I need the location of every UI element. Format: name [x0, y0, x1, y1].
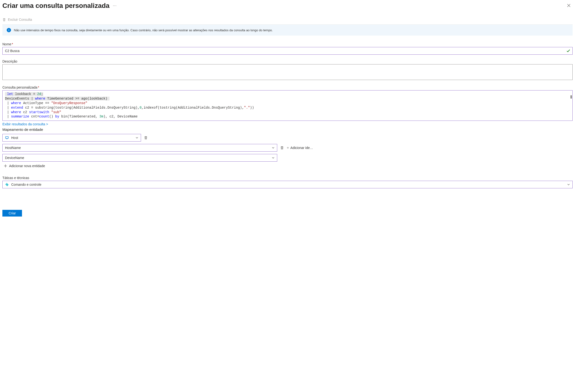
field-name: Nome*	[2, 42, 573, 55]
description-input[interactable]	[2, 64, 573, 80]
panel-header: Criar uma consulta personalizada ···	[2, 2, 573, 10]
entity-column-select[interactable]: DeviceName	[2, 154, 277, 162]
svg-point-3	[6, 184, 7, 184]
tag-icon	[5, 183, 9, 186]
entity-column-row: DeviceName	[2, 154, 573, 162]
footer: Criar	[2, 210, 573, 217]
info-banner-text: Não use intervalos de tempo fixos na con…	[14, 28, 273, 32]
delete-entity-button[interactable]	[144, 136, 148, 140]
entity-identifier-value: HostName	[5, 146, 21, 150]
add-entity-button[interactable]: Adicionar nova entidade	[2, 164, 573, 168]
entity-type-value: Host	[11, 136, 18, 140]
entity-type-select[interactable]: Host	[2, 134, 141, 142]
page-title: Criar uma consulta personalizada	[2, 2, 109, 10]
entity-identifier-select[interactable]: HostName	[2, 144, 277, 152]
tactics-value: Comando e controle	[11, 183, 41, 186]
more-menu-button[interactable]: ···	[113, 3, 117, 8]
view-query-results-link[interactable]: Exibir resultados da consulta >	[2, 122, 48, 126]
description-label: Descrição	[2, 60, 573, 63]
add-identifier-button[interactable]: Adicionar ide…	[287, 146, 313, 150]
scrollbar-thumb[interactable]	[571, 95, 572, 99]
plus-icon	[287, 146, 289, 150]
check-icon	[566, 49, 570, 53]
query-editor[interactable]: let lookback = 2d; DeviceEvents | where …	[2, 90, 573, 121]
create-button[interactable]: Criar	[2, 210, 22, 217]
close-button[interactable]	[565, 3, 573, 9]
chevron-down-icon	[567, 183, 570, 186]
field-tactics: Táticas e técnicas Comando e controle	[2, 176, 573, 188]
chevron-down-icon	[272, 146, 275, 149]
entity-mapping-label: Mapeamento de entidade	[2, 128, 573, 131]
name-label: Nome*	[2, 42, 573, 46]
entity-type-row: Host	[2, 134, 573, 142]
toolbar: Excluir Consulta	[2, 16, 573, 24]
name-input[interactable]	[2, 47, 573, 55]
chevron-down-icon	[272, 156, 275, 159]
svg-rect-1	[6, 137, 8, 138]
chevron-down-icon	[136, 136, 138, 139]
delete-query-button[interactable]: Excluir Consulta	[8, 18, 32, 22]
delete-identifier-button[interactable]	[280, 146, 284, 150]
tactics-label: Táticas e técnicas	[2, 176, 573, 180]
info-icon: i	[7, 28, 11, 32]
info-banner: i Não use intervalos de tempo fixos na c…	[2, 24, 573, 36]
field-description: Descrição	[2, 60, 573, 81]
tactics-select[interactable]: Comando e controle	[2, 181, 573, 188]
host-icon	[5, 136, 9, 140]
trash-icon	[2, 18, 6, 22]
entity-column-value: DeviceName	[5, 156, 24, 160]
plus-icon	[4, 164, 7, 168]
query-label: Consulta personalizada*	[2, 86, 573, 89]
entity-identifier-row: HostName Adicionar ide…	[2, 144, 573, 152]
field-query: Consulta personalizada* let lookback = 2…	[2, 86, 573, 126]
close-icon	[567, 3, 571, 7]
svg-rect-2	[6, 139, 7, 139]
